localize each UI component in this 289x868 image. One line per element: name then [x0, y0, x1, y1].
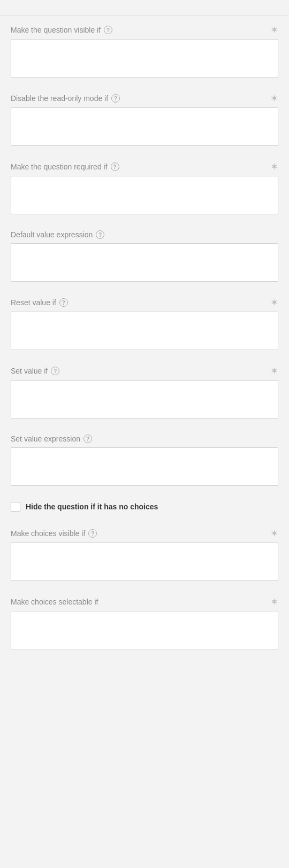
- label-row-choices_visible_if: Make choices visible if?✶: [11, 529, 278, 538]
- field-group-choices_visible_if: Make choices visible if?✶: [11, 519, 278, 587]
- field-group-visible_if: Make the question visible if?✶: [11, 15, 278, 84]
- field-group-disable_readonly: Disable the read-only mode if?✶: [11, 84, 278, 152]
- star-icon-required_if[interactable]: ✶: [270, 162, 278, 172]
- star-icon-reset_value_if[interactable]: ✶: [270, 298, 278, 307]
- label-left-set_value_if: Set value if?: [11, 367, 59, 375]
- label-left-visible_if: Make the question visible if?: [11, 26, 112, 34]
- label-left-default_value: Default value expression?: [11, 230, 104, 239]
- label-row-set_value_expression: Set value expression?: [11, 435, 278, 443]
- field-group-default_value: Default value expression?: [11, 221, 278, 288]
- conditions-page: Make the question visible if?✶Disable th…: [0, 0, 289, 677]
- input-set_value_expression[interactable]: [11, 447, 278, 486]
- page-header: [0, 0, 289, 15]
- field-group-required_if: Make the question required if?✶: [11, 152, 278, 221]
- input-required_if[interactable]: [11, 176, 278, 214]
- help-icon-required_if[interactable]: ?: [111, 162, 119, 171]
- label-left-choices_selectable_if: Make choices selectable if: [11, 598, 98, 606]
- field-group-set_value_expression: Set value expression?: [11, 425, 278, 492]
- help-icon-default_value[interactable]: ?: [96, 230, 104, 239]
- field-label-visible_if: Make the question visible if: [11, 26, 101, 34]
- label-row-disable_readonly: Disable the read-only mode if?✶: [11, 94, 278, 103]
- label-row-visible_if: Make the question visible if?✶: [11, 25, 278, 35]
- star-icon-set_value_if[interactable]: ✶: [270, 366, 278, 376]
- label-left-disable_readonly: Disable the read-only mode if?: [11, 94, 120, 103]
- field-label-set_value_expression: Set value expression: [11, 435, 80, 443]
- field-label-set_value_if: Set value if: [11, 367, 48, 375]
- label-left-choices_visible_if: Make choices visible if?: [11, 529, 97, 538]
- field-label-required_if: Make the question required if: [11, 162, 108, 171]
- help-icon-choices_visible_if[interactable]: ?: [88, 529, 97, 538]
- star-icon-visible_if[interactable]: ✶: [270, 25, 278, 35]
- field-group-choices_selectable_if: Make choices selectable if✶: [11, 587, 278, 656]
- field-label-choices_visible_if: Make choices visible if: [11, 529, 85, 538]
- help-icon-disable_readonly[interactable]: ?: [111, 94, 120, 103]
- field-label-default_value: Default value expression: [11, 230, 93, 239]
- label-left-reset_value_if: Reset value if?: [11, 298, 68, 307]
- help-icon-set_value_expression[interactable]: ?: [83, 435, 92, 443]
- input-choices_visible_if[interactable]: [11, 542, 278, 581]
- help-icon-set_value_if[interactable]: ?: [51, 367, 59, 375]
- help-icon-visible_if[interactable]: ?: [104, 26, 112, 34]
- label-row-default_value: Default value expression?: [11, 230, 278, 239]
- field-group-set_value_if: Set value if?✶: [11, 356, 278, 425]
- field-label-disable_readonly: Disable the read-only mode if: [11, 94, 108, 103]
- field-label-choices_selectable_if: Make choices selectable if: [11, 598, 98, 606]
- star-icon-disable_readonly[interactable]: ✶: [270, 94, 278, 103]
- label-row-choices_selectable_if: Make choices selectable if✶: [11, 597, 278, 607]
- field-label-reset_value_if: Reset value if: [11, 298, 56, 307]
- help-icon-reset_value_if[interactable]: ?: [59, 298, 68, 307]
- input-reset_value_if[interactable]: [11, 312, 278, 350]
- field-group-reset_value_if: Reset value if?✶: [11, 288, 278, 356]
- label-left-set_value_expression: Set value expression?: [11, 435, 92, 443]
- input-set_value_if[interactable]: [11, 380, 278, 418]
- checkbox-hide-no-choices[interactable]: [11, 502, 20, 511]
- content-area: Make the question visible if?✶Disable th…: [0, 15, 289, 656]
- input-choices_selectable_if[interactable]: [11, 611, 278, 649]
- label-row-reset_value_if: Reset value if?✶: [11, 298, 278, 307]
- star-icon-choices_selectable_if[interactable]: ✶: [270, 597, 278, 607]
- label-row-set_value_if: Set value if?✶: [11, 366, 278, 376]
- input-disable_readonly[interactable]: [11, 107, 278, 146]
- input-visible_if[interactable]: [11, 39, 278, 78]
- input-default_value[interactable]: [11, 243, 278, 282]
- label-left-required_if: Make the question required if?: [11, 162, 119, 171]
- checkbox-row-hide-no-choices: Hide the question if it has no choices: [11, 492, 278, 519]
- star-icon-choices_visible_if[interactable]: ✶: [270, 529, 278, 538]
- label-row-required_if: Make the question required if?✶: [11, 162, 278, 172]
- checkbox-label-hide-no-choices: Hide the question if it has no choices: [26, 502, 158, 511]
